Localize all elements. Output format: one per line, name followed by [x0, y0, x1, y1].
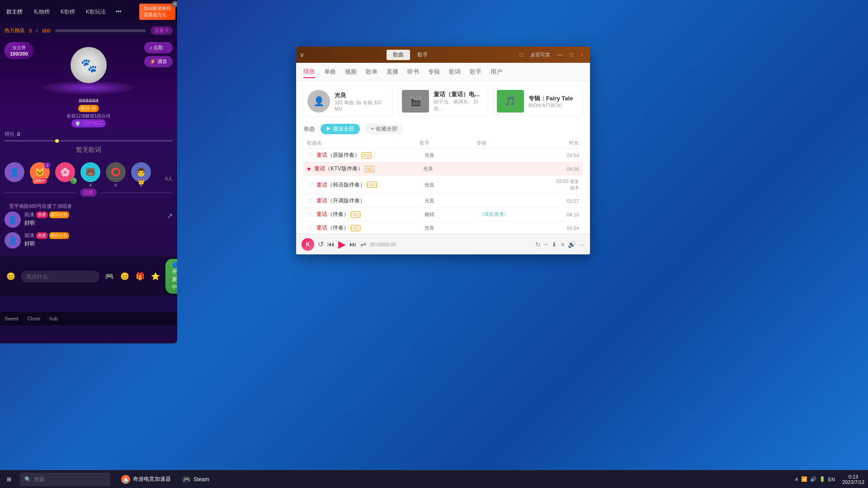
artist-sub: 332 单曲 36 专辑 337 MV	[335, 99, 389, 112]
refresh-icon[interactable]: ↻	[535, 241, 541, 248]
soul-badge[interactable]: Soul星层斯托 流星超万元 ×	[139, 4, 175, 20]
gift-icon[interactable]: 🎁	[134, 270, 146, 283]
song-artist-3: 光良	[425, 197, 477, 204]
next-icon[interactable]: ⏭	[349, 240, 357, 249]
chat-user-0: 雨漓 热爱 群日之歌	[24, 211, 163, 218]
nav-item-overview[interactable]: 综合	[303, 66, 315, 78]
artist-card[interactable]: 👤 光良 332 单曲 36 专辑 337 MV	[303, 86, 393, 117]
song-row-5[interactable]: ♡ 童话（伴奏） SQ 光良 04:04	[303, 221, 583, 235]
player-screenshot-btn[interactable]: □	[517, 51, 525, 59]
start-button[interactable]: ⊞	[0, 470, 18, 488]
cards-row: 👤 光良 332 单曲 36 专辑 337 MV 🎬 童话（童话）电... 孙子…	[303, 86, 583, 117]
taskbar-app-steam[interactable]: 🎮 Steam	[176, 471, 215, 488]
album-card[interactable]: 🎵 专辑：Fairy Tale IRON ATTACK!	[493, 86, 583, 117]
player-bottom-bar: K ↺ ⏮ ▶ ⏭ ⇌ 00:00/00:00 ↻ − ⬇ ≡ 🔊 ···	[296, 234, 590, 254]
emoji-icon[interactable]: 😊	[5, 270, 17, 283]
soul-close-button[interactable]: ×	[172, 1, 177, 7]
player-close-btn[interactable]: ×	[578, 51, 586, 59]
star-icon[interactable]: ⭐	[149, 270, 162, 283]
download-icon[interactable]: ⬇	[552, 241, 557, 248]
chat-message-1: 好听	[24, 240, 173, 248]
heart-icon-4: ♡	[307, 211, 313, 218]
volume-icon-taskbar[interactable]: 🔊	[810, 476, 816, 482]
nav-item-video[interactable]: 视频	[345, 66, 357, 78]
lang-indicator[interactable]: EN	[828, 477, 835, 482]
player-search-bar: 歌曲 歌手	[307, 50, 514, 60]
flow-card[interactable]: 流量卡	[151, 26, 173, 35]
nav-tab-group[interactable]: 群主榜	[2, 6, 27, 18]
song-row-0[interactable]: ♡ 童话（原版伴奏） SQ 光良 03:54	[303, 149, 583, 162]
heart-icon-0: ♡	[307, 152, 313, 159]
song-name-5: 童话（伴奏） SQ	[316, 224, 423, 232]
play-all-button[interactable]: ▶ 播放全部	[321, 124, 360, 134]
challenge-current: 0	[29, 28, 32, 33]
nav-item-playlist[interactable]: 歌单	[366, 66, 377, 78]
queue-icon[interactable]: ≡	[561, 241, 564, 248]
player-minimize-btn[interactable]: —	[555, 51, 566, 59]
game-icon[interactable]: 🎮	[103, 270, 116, 283]
player-dropdown-button[interactable]: ∨	[300, 51, 304, 58]
nav-more[interactable]: •••	[112, 7, 125, 17]
systray-up-arrow[interactable]: ∧	[795, 476, 798, 482]
player-maximize-btn[interactable]: □	[567, 51, 576, 59]
share-icon-0[interactable]: ↗	[167, 211, 173, 220]
face-icon[interactable]: 😊	[118, 270, 131, 283]
nav-item-lyrics[interactable]: 歌词	[449, 66, 461, 78]
challenge-progress-bar	[55, 29, 146, 32]
bottom-right-controls: ↻ − ⬇ ≡ 🔊 ···	[535, 241, 585, 248]
song-row-2[interactable]: ♡ 童话（韩语版伴奏） SQ 光良 03:55 更多版本	[303, 176, 583, 194]
song-row-4[interactable]: ♡ 童话（伴奏） SQ 杨炫 《耳听青香》 04:10	[303, 208, 583, 221]
volume-icon[interactable]: 🔊	[568, 241, 576, 248]
video-card[interactable]: 🎬 童话（童话）电... 孙子法、南周长、刘诰...	[398, 86, 488, 117]
artist-info: 光良 332 单曲 36 专辑 337 MV	[335, 91, 389, 112]
song-album-4: 《耳听青香》	[479, 211, 550, 218]
nav-tab-ksong[interactable]: K歌榜	[56, 6, 80, 18]
taskbar-app-qiyou[interactable]: 🏔️ 奇游电竞加速器	[116, 471, 176, 488]
input-icons-right: 🎮 😊 🎁 ⭐	[103, 270, 162, 283]
nav-tab-gift[interactable]: 礼物榜	[29, 6, 54, 18]
taskbar-clock[interactable]: 0:13 2023/7/12	[839, 474, 868, 485]
player-main: 👤 光良 332 单曲 36 专辑 337 MV 🎬 童话（童话）电... 孙子…	[296, 81, 590, 253]
crown-icon: 👑	[139, 179, 143, 184]
single-tab[interactable]: 单曲	[303, 125, 315, 133]
add-all-button[interactable]: + 收藏全部	[365, 124, 402, 134]
album-link-4[interactable]: 《耳听青香》	[479, 211, 509, 217]
start-mic-button[interactable]: 🔵 开麦中	[165, 259, 177, 294]
minus-icon[interactable]: −	[544, 241, 548, 248]
tune-button[interactable]: ⚡ 调音	[144, 56, 173, 67]
nav-item-audiobook[interactable]: 听书	[407, 66, 419, 78]
loop-icon[interactable]: ↺	[318, 240, 324, 249]
more-versions-2[interactable]: 更多版本	[570, 179, 579, 190]
badge-score: 积分 x0	[78, 105, 99, 112]
audience-item-1: 🐱 2 演唱中	[30, 162, 50, 182]
broadcast-button[interactable]: 放送费 100/200	[5, 42, 33, 59]
nav-item-user[interactable]: 用户	[491, 66, 502, 78]
song-row-3[interactable]: ♡ 童话（升调版伴奏） 光良 03:57	[303, 194, 583, 208]
chat-input[interactable]	[21, 271, 99, 282]
challenge-label: 热力挑战	[5, 27, 24, 34]
nav-tab-ksong-play[interactable]: K歌玩法	[81, 6, 110, 18]
more-icon[interactable]: ···	[579, 241, 585, 248]
song-duration-5: 04:04	[552, 225, 579, 231]
shuffle-icon[interactable]: ⇌	[360, 240, 366, 249]
song-row-1[interactable]: ♥ 童话（KTV版伴奏） SQ 光良 04:06	[303, 162, 583, 176]
nav-item-album[interactable]: 专辑	[428, 66, 440, 78]
album-sub: IRON ATTACK!	[528, 103, 579, 108]
steam-label: Steam	[193, 476, 209, 483]
search-tab-song[interactable]: 歌曲	[387, 50, 410, 60]
compare-divider-right	[100, 192, 173, 193]
start-icon: ⊞	[7, 476, 11, 483]
nav-item-artist[interactable]: 歌手	[470, 66, 481, 78]
nav-item-live[interactable]: 直播	[387, 66, 398, 78]
search-input[interactable]	[34, 476, 88, 483]
player-desktop-photo-btn[interactable]: 桌面写真	[528, 51, 553, 59]
prev-icon[interactable]: ⏮	[327, 240, 335, 249]
player-logo: K	[302, 238, 314, 251]
nav-item-single[interactable]: 单曲	[324, 66, 336, 78]
audience-item-4: ⭕ 5	[106, 162, 126, 182]
search-tab-artist[interactable]: 歌手	[411, 50, 434, 60]
play-progress[interactable]	[5, 140, 173, 141]
album-image: 🎵	[497, 90, 524, 113]
play-pause-button[interactable]: ▶	[338, 239, 346, 250]
song-request-button[interactable]: ♪ 点歌	[144, 42, 173, 53]
